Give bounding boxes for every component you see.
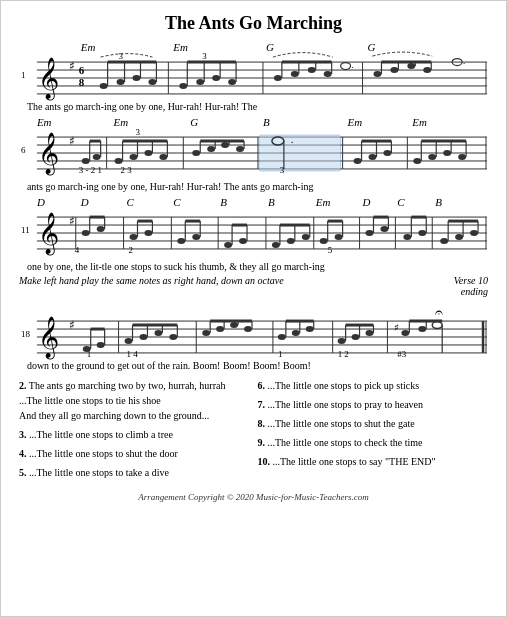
- svg-point-38: [274, 75, 282, 81]
- svg-text:Em: Em: [411, 116, 427, 128]
- svg-text:𝄞: 𝄞: [38, 212, 59, 256]
- svg-point-239: [154, 330, 162, 336]
- svg-text:2   3: 2 3: [121, 165, 133, 175]
- svg-text:𝄞: 𝄞: [38, 57, 59, 101]
- svg-point-184: [302, 234, 310, 240]
- svg-point-206: [470, 230, 478, 236]
- svg-text:#3: #3: [397, 349, 406, 359]
- svg-text:𝄞: 𝄞: [38, 316, 59, 360]
- svg-point-112: [354, 158, 362, 164]
- svg-text:11: 11: [21, 225, 30, 235]
- svg-point-197: [403, 234, 411, 240]
- svg-point-260: [338, 338, 346, 344]
- svg-point-199: [418, 230, 426, 236]
- verse-10: 10. ...The little one stops to say "THE …: [258, 454, 489, 469]
- svg-point-20: [117, 79, 125, 85]
- svg-point-232: [97, 342, 105, 348]
- svg-text:B: B: [268, 196, 275, 208]
- page: The Ants Go Marching Em Em G G 1 𝄞 ♯ 6 8: [0, 0, 507, 617]
- svg-text:♯: ♯: [394, 322, 399, 333]
- svg-point-189: [335, 234, 343, 240]
- svg-text:G: G: [266, 41, 274, 53]
- svg-point-270: [418, 326, 426, 332]
- svg-text:.: .: [352, 60, 354, 70]
- svg-text:1: 1: [278, 349, 282, 359]
- svg-point-202: [440, 238, 448, 244]
- page-title: The Ants Go Marching: [19, 13, 488, 34]
- svg-point-230: [83, 346, 91, 352]
- svg-text:♯: ♯: [69, 214, 75, 228]
- verse-col-left: 2. The ants go marching two by two, hurr…: [19, 378, 250, 484]
- svg-point-32: [212, 75, 220, 81]
- svg-text:B: B: [435, 196, 442, 208]
- svg-text:G: G: [368, 41, 376, 53]
- svg-point-22: [133, 75, 141, 81]
- svg-point-30: [196, 79, 204, 85]
- svg-point-192: [366, 230, 374, 236]
- svg-point-91: [144, 150, 152, 156]
- svg-point-53: [407, 63, 415, 69]
- svg-text:♯: ♯: [69, 59, 75, 73]
- svg-point-160: [82, 230, 90, 236]
- svg-text:D: D: [80, 196, 89, 208]
- svg-text:𝄐: 𝄐: [435, 305, 443, 320]
- svg-text:C: C: [173, 196, 181, 208]
- svg-point-119: [413, 158, 421, 164]
- svg-text:C: C: [127, 196, 135, 208]
- svg-point-90: [130, 154, 138, 160]
- svg-point-121: [443, 150, 451, 156]
- svg-text:𝄞: 𝄞: [38, 132, 59, 176]
- svg-point-92: [159, 154, 167, 160]
- svg-text:one by one, the lit-tle one st: one by one, the lit-tle one stops to suc…: [27, 261, 325, 272]
- svg-point-241: [169, 334, 177, 340]
- verse-3: 3. ...The little one stops to climb a tr…: [19, 427, 250, 442]
- svg-point-18: [100, 83, 108, 89]
- music-row-3: D D C C B B Em D C B 11 𝄞 ♯ 4 2 5: [19, 195, 488, 275]
- svg-point-47: [341, 63, 351, 70]
- svg-text:3: 3: [136, 127, 141, 137]
- svg-point-42: [308, 67, 316, 73]
- svg-point-182: [287, 238, 295, 244]
- svg-text:C: C: [397, 196, 405, 208]
- copyright-text: Arrangement Copyright © 2020 Music-for-M…: [19, 492, 488, 502]
- svg-point-172: [192, 234, 200, 240]
- svg-text:D: D: [36, 196, 45, 208]
- svg-point-120: [428, 154, 436, 160]
- svg-point-51: [390, 67, 398, 73]
- svg-point-49: [373, 71, 381, 77]
- music-row-2: Em Em G B Em Em 6 𝄞 ♯ 3 - 2 1 2 3: [19, 115, 488, 195]
- svg-point-122: [458, 154, 466, 160]
- svg-text:B: B: [220, 196, 227, 208]
- svg-point-248: [230, 322, 238, 328]
- svg-text:G: G: [190, 116, 198, 128]
- svg-point-113: [369, 154, 377, 160]
- svg-text:8: 8: [79, 76, 85, 88]
- music-row-1: Em Em G G 1 𝄞 ♯ 6 8 3: [19, 40, 488, 115]
- svg-text:Em: Em: [113, 116, 129, 128]
- verse-7: 7. ...The little one stops to pray to he…: [258, 397, 489, 412]
- verse-8: 8. ...The little one stops to shut the g…: [258, 416, 489, 431]
- svg-text:ants go march-ing one by one, : ants go march-ing one by one, Hur-rah! H…: [27, 181, 313, 192]
- svg-text:♯: ♯: [69, 134, 75, 148]
- verse-6: 6. ...The little one stops to pick up st…: [258, 378, 489, 393]
- svg-text:1   4: 1 4: [127, 349, 139, 359]
- svg-point-40: [291, 71, 299, 77]
- svg-point-204: [455, 234, 463, 240]
- svg-point-162: [97, 226, 105, 232]
- svg-text:3: 3: [280, 165, 285, 175]
- svg-point-237: [139, 334, 147, 340]
- svg-point-86: [93, 154, 101, 160]
- svg-text:2: 2: [129, 245, 133, 255]
- svg-point-272: [432, 322, 442, 329]
- svg-text:Em: Em: [80, 41, 96, 53]
- svg-point-177: [239, 238, 247, 244]
- svg-point-165: [130, 234, 138, 240]
- svg-point-175: [224, 242, 232, 248]
- music-row-4: 18 𝄞 ♯ 1 1 4 1 1 2 #3: [19, 299, 488, 374]
- svg-text:Em: Em: [36, 116, 52, 128]
- verse-ending-label: Verse 10 ending: [454, 275, 488, 297]
- svg-text:3: 3: [202, 51, 207, 61]
- svg-point-235: [125, 338, 133, 344]
- svg-point-101: [221, 142, 229, 148]
- verse-2: 2. The ants go marching two by two, hurr…: [19, 378, 250, 423]
